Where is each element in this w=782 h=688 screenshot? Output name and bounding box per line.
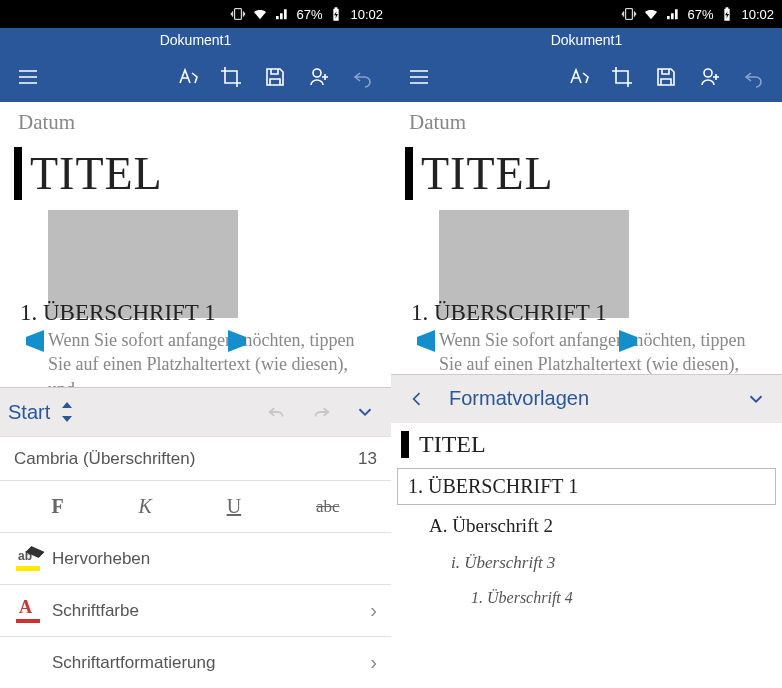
italic-button[interactable]: K <box>138 495 151 518</box>
share-button[interactable] <box>297 55 341 99</box>
font-size[interactable]: 13 <box>358 449 377 469</box>
date-placeholder[interactable]: Datum <box>409 110 768 135</box>
ribbon-tab-label[interactable]: Formatvorlagen <box>449 387 589 410</box>
style-label: 1. Überschrift 4 <box>471 589 573 607</box>
battery-icon <box>328 6 344 22</box>
heading-1[interactable]: 1. ÜBERSCHRIFT 1 <box>411 300 768 326</box>
document-title: Dokument1 <box>0 28 391 52</box>
highlight-icon: ab <box>16 547 40 571</box>
undo-icon[interactable] <box>259 394 295 430</box>
document-title: Dokument1 <box>391 28 782 52</box>
ribbon-header: Formatvorlagen <box>391 375 782 423</box>
screen-right: 67% 10:02 Dokument1 Datum TITEL 1. ÜBERS… <box>391 0 782 688</box>
undo-button[interactable] <box>341 55 385 99</box>
title-accent-bar <box>405 147 413 200</box>
ribbon-tab-label[interactable]: Start <box>8 401 50 424</box>
wifi-icon <box>252 6 268 22</box>
redo-icon[interactable] <box>303 394 339 430</box>
vibrate-icon <box>230 6 246 22</box>
highlight-label: Hervorheben <box>52 549 377 569</box>
font-name[interactable]: Cambria (Überschriften) <box>14 449 358 469</box>
battery-percent: 67% <box>687 7 713 22</box>
style-label: i. Überschrift 3 <box>451 553 555 573</box>
ribbon-tab-selector-icon[interactable] <box>58 400 76 424</box>
document-canvas[interactable]: Datum TITEL 1. ÜBERSCHRIFT 1 Wenn Sie so… <box>0 102 391 387</box>
style-option-heading4[interactable]: 1. Überschrift 4 <box>391 581 782 615</box>
title-text[interactable]: TITEL <box>421 147 554 200</box>
signal-icon <box>274 6 290 22</box>
strikethrough-button[interactable]: abc <box>316 497 340 517</box>
document-canvas[interactable]: Datum TITEL 1. ÜBERSCHRIFT 1 Wenn Sie so… <box>391 102 782 374</box>
font-style-button[interactable] <box>556 55 600 99</box>
body-paragraph[interactable]: Wenn Sie sofort anfangen möchten, tippen… <box>439 328 768 374</box>
font-style-button[interactable] <box>165 55 209 99</box>
font-color-row[interactable]: A Schriftfarbe › <box>0 584 391 636</box>
ribbon-header: Start <box>0 388 391 436</box>
signal-icon <box>665 6 681 22</box>
back-icon[interactable] <box>399 381 435 417</box>
title-block[interactable]: TITEL <box>405 147 768 200</box>
title-text[interactable]: TITEL <box>30 147 163 200</box>
paragraph-text[interactable]: Wenn Sie sofort anfangen möchten, tippen… <box>439 330 745 374</box>
save-button[interactable] <box>253 55 297 99</box>
bold-button[interactable]: F <box>51 495 63 518</box>
chevron-right-icon: › <box>370 599 377 622</box>
styles-list: TITEL 1. ÜBERSCHRIFT 1 A. Überschrift 2 … <box>391 423 782 689</box>
collapse-ribbon-icon[interactable] <box>347 394 383 430</box>
battery-percent: 67% <box>296 7 322 22</box>
clock: 10:02 <box>741 7 774 22</box>
style-label: A. Überschrift 2 <box>429 515 553 537</box>
collapse-ribbon-icon[interactable] <box>738 381 774 417</box>
style-option-heading1-selected[interactable]: 1. ÜBERSCHRIFT 1 <box>397 468 776 505</box>
style-label: 1. ÜBERSCHRIFT 1 <box>408 475 578 498</box>
clock: 10:02 <box>350 7 383 22</box>
style-option-title[interactable]: TITEL <box>391 423 782 466</box>
menu-button[interactable] <box>397 55 441 99</box>
vibrate-icon <box>621 6 637 22</box>
body-paragraph[interactable]: Wenn Sie sofort anfangen möchten, tippen… <box>48 328 377 387</box>
underline-button[interactable]: U <box>227 495 241 518</box>
font-formatting-row[interactable]: Schriftartformatierung › <box>0 636 391 688</box>
date-placeholder[interactable]: Datum <box>18 110 377 135</box>
font-color-icon: A <box>16 599 40 623</box>
crop-button[interactable] <box>209 55 253 99</box>
chevron-right-icon: › <box>370 651 377 674</box>
title-accent-bar <box>14 147 22 200</box>
app-toolbar <box>391 52 782 102</box>
style-label: TITEL <box>419 431 486 458</box>
undo-button[interactable] <box>732 55 776 99</box>
style-option-heading3[interactable]: i. Überschrift 3 <box>391 545 782 581</box>
crop-button[interactable] <box>600 55 644 99</box>
ribbon-panel-start: Start Cambria (Überschriften) 13 F K U a… <box>0 387 391 688</box>
svg-point-1 <box>704 69 712 77</box>
paragraph-text[interactable]: Wenn Sie sofort anfangen möchten, tippen… <box>48 330 354 387</box>
app-toolbar <box>0 52 391 102</box>
android-status-bar: 67% 10:02 <box>391 0 782 28</box>
selection-handle-start[interactable] <box>26 330 44 352</box>
font-formatting-label: Schriftartformatierung <box>52 653 370 673</box>
save-button[interactable] <box>644 55 688 99</box>
font-row[interactable]: Cambria (Überschriften) 13 <box>0 436 391 480</box>
format-row: F K U abc <box>0 480 391 532</box>
screen-left: 67% 10:02 Dokument1 Datum TITEL 1. ÜBERS… <box>0 0 391 688</box>
heading-1[interactable]: 1. ÜBERSCHRIFT 1 <box>20 300 377 326</box>
title-block[interactable]: TITEL <box>14 147 377 200</box>
share-button[interactable] <box>688 55 732 99</box>
title-accent-bar <box>401 431 409 458</box>
style-option-heading2[interactable]: A. Überschrift 2 <box>391 507 782 545</box>
font-color-label: Schriftfarbe <box>52 601 370 621</box>
highlight-row[interactable]: ab Hervorheben <box>0 532 391 584</box>
ribbon-panel-styles: Formatvorlagen <box>391 374 782 423</box>
svg-point-0 <box>313 69 321 77</box>
android-status-bar: 67% 10:02 <box>0 0 391 28</box>
wifi-icon <box>643 6 659 22</box>
battery-icon <box>719 6 735 22</box>
menu-button[interactable] <box>6 55 50 99</box>
selection-handle-start[interactable] <box>417 330 435 352</box>
